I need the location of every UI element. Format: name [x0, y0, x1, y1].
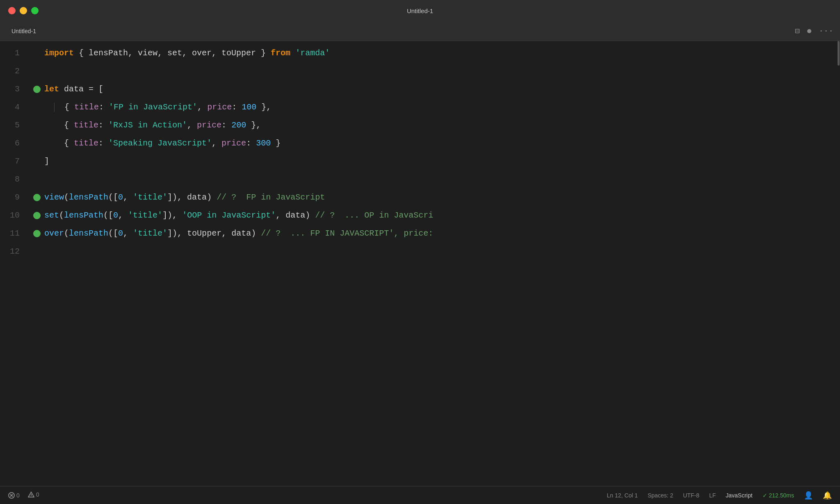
- breakpoint-col-4: [30, 98, 44, 116]
- breakpoint-col-3: [30, 80, 44, 98]
- line-content-4: { title: 'FP in JavaScript', price: 100 …: [44, 98, 840, 116]
- breakpoint-col-11: [30, 225, 44, 243]
- breakpoint-col-1: [30, 44, 44, 62]
- profile-icon[interactable]: 👤: [804, 491, 813, 500]
- line-3: 3 let data = [: [0, 80, 840, 98]
- warning-count-label: 0: [36, 491, 39, 498]
- code-editor[interactable]: 1 import { lensPath, view, set, over, to…: [0, 41, 840, 486]
- error-count[interactable]: 0: [8, 492, 20, 499]
- line-7: 7 ]: [0, 152, 840, 170]
- line-8: 8: [0, 170, 840, 188]
- tab-list: Untitled-1: [7, 25, 41, 37]
- line-content-12: [44, 243, 840, 261]
- line-content-7: ]: [44, 152, 840, 170]
- code-lines: 1 import { lensPath, view, set, over, to…: [0, 41, 840, 261]
- line-2: 2: [0, 62, 840, 80]
- line-content-8: [44, 170, 840, 188]
- line-number-9: 9: [0, 188, 30, 207]
- line-content-1: import { lensPath, view, set, over, toUp…: [44, 44, 840, 62]
- editor-area[interactable]: 1 import { lensPath, view, set, over, to…: [0, 41, 840, 486]
- error-icon: [8, 492, 15, 499]
- titlebar: Untitled-1: [0, 0, 840, 21]
- breakpoint-col-10: [30, 207, 44, 225]
- window-title: Untitled-1: [407, 7, 433, 14]
- cursor-position[interactable]: Ln 12, Col 1: [607, 492, 638, 499]
- breakpoint-col-5: [30, 116, 44, 134]
- line-content-11: over(lensPath([0, 'title']), toUpper, da…: [44, 225, 840, 243]
- line-12: 12: [0, 243, 840, 261]
- breakpoint-col-8: [30, 170, 44, 188]
- tab-actions: ⊟ ···: [795, 26, 833, 36]
- line-content-3: let data = [: [44, 80, 840, 98]
- line-5: 5 { title: 'RxJS in Action', price: 200 …: [0, 116, 840, 134]
- breakpoint-9: [33, 194, 41, 201]
- close-button[interactable]: [8, 7, 16, 14]
- breakpoint-col-9: [30, 188, 44, 207]
- line-4: 4 { title: 'FP in JavaScript', price: 10…: [0, 98, 840, 116]
- line-11: 11 over(lensPath([0, 'title']), toUpper,…: [0, 225, 840, 243]
- split-editor-icon[interactable]: ⊟: [795, 26, 800, 36]
- eol[interactable]: LF: [709, 492, 716, 499]
- line-content-2: [44, 62, 840, 80]
- line-number-1: 1: [0, 44, 30, 62]
- language-mode[interactable]: JavaScript: [726, 492, 752, 499]
- line-number-4: 4: [0, 98, 30, 116]
- active-tab[interactable]: Untitled-1: [7, 25, 41, 37]
- line-content-5: { title: 'RxJS in Action', price: 200 },: [44, 116, 840, 134]
- maximize-button[interactable]: [31, 7, 39, 14]
- breakpoint-col-6: [30, 134, 44, 152]
- line-number-8: 8: [0, 170, 30, 188]
- line-9: 9 view(lensPath([0, 'title']), data) // …: [0, 188, 840, 207]
- warning-count[interactable]: 0: [28, 491, 39, 499]
- indentation[interactable]: Spaces: 2: [648, 492, 673, 499]
- notification-icon[interactable]: 🔔: [823, 491, 832, 500]
- line-number-5: 5: [0, 116, 30, 134]
- breakpoint-10: [33, 212, 41, 219]
- line-number-2: 2: [0, 62, 30, 80]
- breakpoint-3: [33, 86, 41, 93]
- line-number-3: 3: [0, 80, 30, 98]
- error-count-label: 0: [16, 492, 20, 499]
- breakpoint-11: [33, 230, 41, 237]
- line-6: 6 { title: 'Speaking JavaScript', price:…: [0, 134, 840, 152]
- line-number-6: 6: [0, 134, 30, 152]
- line-content-6: { title: 'Speaking JavaScript', price: 3…: [44, 134, 840, 152]
- warning-icon: [28, 491, 34, 498]
- breakpoint-col-2: [30, 62, 44, 80]
- status-info: Ln 12, Col 1 Spaces: 2 UTF-8 LF JavaScri…: [607, 491, 832, 500]
- line-content-10: set(lensPath([0, 'title']), 'OOP in Java…: [44, 207, 840, 225]
- tabbar: Untitled-1 ⊟ ···: [0, 21, 840, 41]
- line-number-11: 11: [0, 225, 30, 243]
- breakpoint-col-7: [30, 152, 44, 170]
- line-number-7: 7: [0, 152, 30, 170]
- more-actions-icon[interactable]: ···: [819, 26, 833, 36]
- line-number-10: 10: [0, 207, 30, 225]
- window-controls: [8, 7, 39, 14]
- minimize-button[interactable]: [20, 7, 27, 14]
- unsaved-indicator: [807, 29, 811, 33]
- scrollbar-track[interactable]: [837, 41, 840, 486]
- encoding[interactable]: UTF-8: [683, 492, 699, 499]
- timing: ✓ 212.50ms: [762, 492, 794, 499]
- breakpoint-col-12: [30, 243, 44, 261]
- scrollbar-thumb[interactable]: [838, 41, 840, 66]
- line-content-9: view(lensPath([0, 'title']), data) // ? …: [44, 188, 840, 207]
- line-1: 1 import { lensPath, view, set, over, to…: [0, 44, 840, 62]
- status-errors-warnings: 0 0: [8, 491, 39, 499]
- line-10: 10 set(lensPath([0, 'title']), 'OOP in J…: [0, 207, 840, 225]
- line-number-12: 12: [0, 243, 30, 261]
- statusbar: 0 0 Ln 12, Col 1 Spaces: 2 UTF-8 LF Java…: [0, 486, 840, 504]
